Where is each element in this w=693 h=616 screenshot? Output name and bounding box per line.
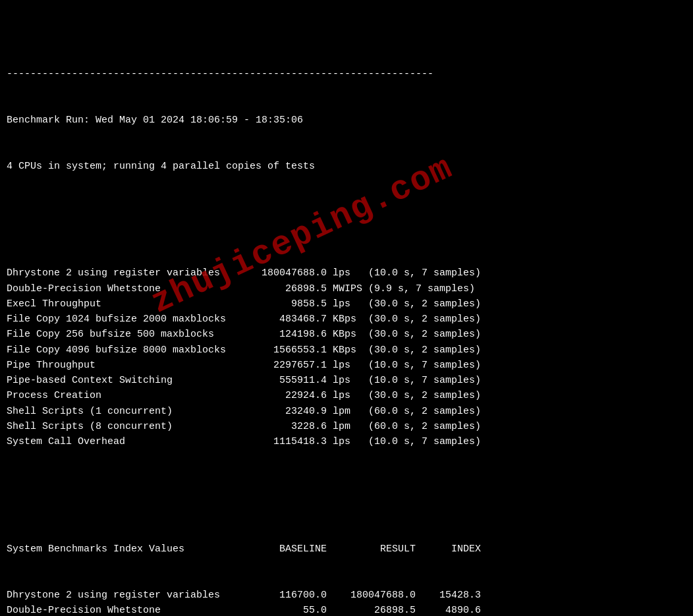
terminal-output: zhujiceping.com ------------------------…	[7, 5, 686, 616]
raw-result-row: Execl Throughput 9858.5 lps (30.0 s, 2 s…	[7, 296, 686, 312]
raw-result-row: Double-Precision Whetstone 26898.5 MWIPS…	[7, 281, 686, 296]
raw-result-row: File Copy 4096 bufsize 8000 maxblocks 15…	[7, 343, 686, 358]
raw-result-row: Dhrystone 2 using register variables 180…	[7, 266, 686, 281]
cpu-line: 4 CPUs in system; running 4 parallel cop…	[7, 159, 686, 174]
raw-result-row: Shell Scripts (8 concurrent) 3228.6 lpm …	[7, 419, 686, 434]
raw-result-row: System Call Overhead 1115418.3 lps (10.0…	[7, 434, 686, 449]
index-row: Double-Precision Whetstone 55.0 26898.5 …	[7, 603, 686, 616]
index-row: Dhrystone 2 using register variables 116…	[7, 588, 686, 603]
raw-result-row: Pipe Throughput 2297657.1 lps (10.0 s, 7…	[7, 358, 686, 373]
raw-results: Dhrystone 2 using register variables 180…	[7, 266, 686, 449]
separator-line: ----------------------------------------…	[7, 67, 686, 82]
index-rows: Dhrystone 2 using register variables 116…	[7, 588, 686, 617]
raw-result-row: Shell Scripts (1 concurrent) 23240.9 lpm…	[7, 404, 686, 419]
raw-result-row: Pipe-based Context Switching 555911.4 lp…	[7, 373, 686, 388]
benchmark-run-line: Benchmark Run: Wed May 01 2024 18:06:59 …	[7, 113, 686, 128]
index-header: System Benchmarks Index Values BASELINE …	[7, 542, 686, 557]
raw-result-row: File Copy 1024 bufsize 2000 maxblocks 48…	[7, 312, 686, 327]
raw-result-row: File Copy 256 bufsize 500 maxblocks 1241…	[7, 327, 686, 342]
raw-result-row: Process Creation 22924.6 lps (30.0 s, 2 …	[7, 388, 686, 403]
